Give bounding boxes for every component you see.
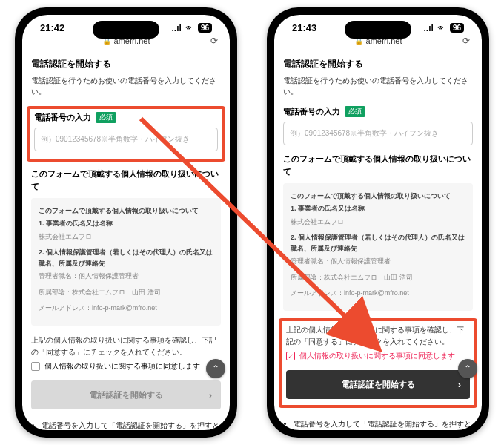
- battery-badge: 96: [198, 23, 212, 33]
- confirm-text: 上記の個人情報の取り扱いに関する事項を確認し、下記の「同意する」にチェックを入れ…: [31, 334, 221, 358]
- phone-screen-right: 21:43 ..ıl ᯤ 96 🔒 amefri.net ⟳ 電話認証を開始する…: [274, 15, 482, 430]
- instruction-item: 電話番号を入力して「電話認証を開始する」を押すと次の画面で認証のための電話番号が…: [294, 418, 473, 430]
- refresh-icon[interactable]: ⟳: [462, 36, 470, 46]
- field-label-text: 電話番号の入力: [283, 106, 340, 117]
- privacy-manager-dept: 所属部署：株式会社エムフロ 山田 浩司: [39, 287, 213, 298]
- phone-frame-left: 21:42 ..ıl ᯤ 96 🔒 amefri.net ⟳ 電話認証を開始する…: [15, 7, 237, 438]
- consent-checkbox-row[interactable]: ✓ 個人情報の取り扱いに関する事項に同意します: [286, 351, 470, 361]
- highlight-box-input: 電話番号の入力 必須 例）09012345678※半角数字・ハイフン抜き: [27, 106, 225, 162]
- phone-field-label: 電話番号の入力 必須: [34, 112, 218, 123]
- privacy-manager-label: 2. 個人情報保護管理者（若しくはその代理人）の氏名又は職名、所属及び連絡先: [291, 232, 465, 255]
- privacy-box: このフォームで頂戴する個人情報の取り扱いについて 1. 事業者の氏名又は名称 株…: [31, 198, 221, 326]
- battery-badge: 96: [450, 23, 464, 33]
- page-description: 電話認証を行うためお使いの電話番号を入力してください。: [31, 75, 221, 97]
- highlight-box-confirm: 上記の個人情報の取り扱いに関する事項を確認し、下記の「同意する」にチェックを入れ…: [279, 318, 477, 408]
- submit-button[interactable]: 電話認証を開始する ›: [286, 370, 470, 399]
- phone-input[interactable]: 例）09012345678※半角数字・ハイフン抜き: [34, 128, 218, 151]
- page-content: 電話認証を開始する 電話認証を行うためお使いの電話番号を入力してください。 電話…: [22, 50, 230, 430]
- consent-checkbox-checked[interactable]: ✓: [286, 352, 295, 360]
- required-tag: 必須: [345, 106, 365, 117]
- privacy-title: このフォームで頂戴する個人情報の取り扱いについて: [31, 168, 221, 192]
- signal-icon: ..ıl: [424, 23, 434, 33]
- submit-label: 電話認証を開始する: [90, 390, 163, 399]
- privacy-manager-email: メールアドレス：info-p-mark@mfro.net: [291, 288, 465, 299]
- privacy-title: このフォームで頂戴する個人情報の取り扱いについて: [283, 153, 473, 177]
- notch: [93, 21, 159, 39]
- privacy-manager-label: 2. 個人情報保護管理者（若しくはその代理人）の氏名又は職名、所属及び連絡先: [39, 247, 213, 270]
- consent-checkbox[interactable]: [31, 362, 40, 371]
- wifi-icon: ᯤ: [185, 23, 194, 33]
- page-title: 電話認証を開始する: [283, 58, 473, 70]
- privacy-manager-title: 管理者職名：個人情報保護管理者: [39, 271, 213, 282]
- phone-frame-right: 21:43 ..ıl ᯤ 96 🔒 amefri.net ⟳ 電話認証を開始する…: [267, 7, 489, 438]
- chevron-right-icon: ›: [458, 380, 461, 390]
- page-description: 電話認証を行うためお使いの電話番号を入力してください。: [283, 75, 473, 97]
- submit-label: 電話認証を開始する: [342, 380, 415, 389]
- privacy-manager-dept: 所属部署：株式会社エムフロ 山田 浩司: [291, 272, 465, 283]
- status-right: ..ıl ᯤ 96: [172, 23, 212, 33]
- privacy-company-label: 1. 事業者の氏名又は名称: [291, 203, 465, 214]
- phone-input[interactable]: 例）09012345678※半角数字・ハイフン抜き: [283, 122, 473, 145]
- privacy-manager-email: メールアドレス：info-p-mark@mfro.net: [39, 303, 213, 314]
- chevron-right-icon: ›: [209, 390, 212, 400]
- privacy-manager-title: 管理者職名：個人情報保護管理者: [291, 256, 465, 267]
- notch: [345, 21, 411, 39]
- submit-button[interactable]: 電話認証を開始する ›: [31, 380, 221, 409]
- signal-icon: ..ıl: [172, 23, 182, 33]
- privacy-box: このフォームで頂戴する個人情報の取り扱いについて 1. 事業者の氏名又は名称 株…: [283, 183, 473, 311]
- privacy-company-name: 株式会社エムフロ: [39, 231, 213, 243]
- phone-screen-left: 21:42 ..ıl ᯤ 96 🔒 amefri.net ⟳ 電話認証を開始する…: [22, 15, 230, 430]
- instruction-list: 電話番号を入力して「電話認証を開始する」を押すと次の画面で認証のための電話番号が…: [31, 420, 221, 430]
- field-label-text: 電話番号の入力: [34, 112, 91, 123]
- instruction-item: 電話番号を入力して「電話認証を開始する」を押すと次の画面で認証のための電話番号が…: [42, 420, 221, 430]
- confirm-text: 上記の個人情報の取り扱いに関する事項を確認し、下記の「同意する」にチェックを入れ…: [286, 324, 470, 348]
- instruction-list: 電話番号を入力して「電話認証を開始する」を押すと次の画面で認証のための電話番号が…: [283, 418, 473, 430]
- privacy-company-label: 1. 事業者の氏名又は名称: [39, 218, 213, 229]
- status-right: ..ıl ᯤ 96: [424, 23, 464, 33]
- consent-label: 個人情報の取り扱いに関する事項に同意します: [44, 361, 200, 372]
- scroll-to-top-button[interactable]: ⌃: [206, 359, 225, 378]
- privacy-head: このフォームで頂戴する個人情報の取り扱いについて: [39, 205, 213, 217]
- required-tag: 必須: [96, 112, 116, 123]
- consent-label: 個人情報の取り扱いに関する事項に同意します: [299, 351, 455, 361]
- privacy-head: このフォームで頂戴する個人情報の取り扱いについて: [291, 191, 465, 202]
- wifi-icon: ᯤ: [437, 23, 446, 33]
- status-time: 21:43: [292, 22, 316, 33]
- status-time: 21:42: [40, 22, 64, 33]
- scroll-to-top-button[interactable]: ⌃: [458, 359, 477, 378]
- consent-checkbox-row[interactable]: 個人情報の取り扱いに関する事項に同意します: [31, 361, 221, 372]
- page-title: 電話認証を開始する: [31, 58, 221, 70]
- phone-field-label: 電話番号の入力 必須: [283, 106, 473, 117]
- privacy-company-name: 株式会社エムフロ: [291, 217, 465, 228]
- page-content: 電話認証を開始する 電話認証を行うためお使いの電話番号を入力してください。 電話…: [274, 50, 482, 430]
- refresh-icon[interactable]: ⟳: [210, 36, 218, 46]
